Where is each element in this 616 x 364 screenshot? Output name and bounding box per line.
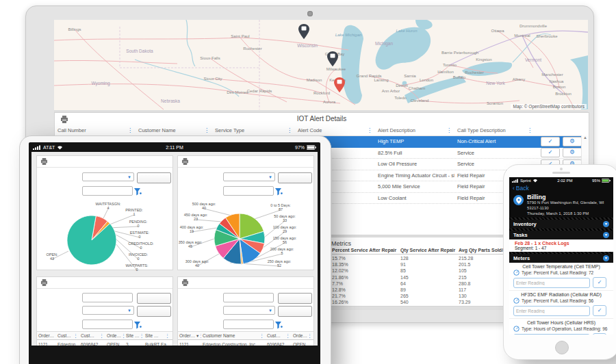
column-menu-icon[interactable]: ⋮ xyxy=(527,127,532,133)
gear-button[interactable]: ⚙ xyxy=(563,137,582,146)
submit-reading-button[interactable]: ✓ xyxy=(593,333,606,335)
column-menu-icon[interactable]: ⋮ xyxy=(204,127,209,133)
search-button[interactable] xyxy=(137,293,171,304)
column-header[interactable]: Customer Name⋮ xyxy=(136,125,212,135)
clear-button[interactable] xyxy=(137,172,171,183)
column-header[interactable]: Site …⋮ xyxy=(125,333,144,339)
check-button[interactable]: ✓ xyxy=(541,148,560,157)
column-header[interactable]: Call Type Description⋮ xyxy=(454,125,535,135)
filter-lookup-icon[interactable] xyxy=(275,320,283,327)
meter-item: Cell Tower Hours (Cellular HRS) Type: Ho… xyxy=(509,319,613,335)
printer-icon[interactable] xyxy=(181,279,189,286)
home-button[interactable] xyxy=(555,341,569,354)
column-menu-icon[interactable]: ⋮ xyxy=(446,127,452,133)
metrics-table-body: 15.7%128215.2818.35%91201.512.02%8510521… xyxy=(332,255,520,306)
map-pin-icon[interactable] xyxy=(334,77,345,92)
region-input[interactable] xyxy=(223,320,274,329)
column-header[interactable]: Orde…⋮ xyxy=(105,333,125,339)
table-cell: 265 xyxy=(400,294,459,298)
column-header[interactable]: Call Number⋮ xyxy=(55,125,136,135)
expand-icon[interactable]: ▾ xyxy=(603,255,609,261)
card-orders-by-age: ▼ Order… ▾⋮Customer Name⋮Cust…⋮Orde…⋮112… xyxy=(177,276,314,346)
column-header[interactable]: Cust…⋮ xyxy=(56,333,79,339)
reading-input[interactable] xyxy=(513,334,590,335)
map-place-label: Toronto xyxy=(443,63,457,67)
order-status-pie-chart[interactable]: WAITFTASGN:4PRINTED:1PENDING:0ESTIMATE:0… xyxy=(40,202,170,274)
gear-button[interactable]: ⚙ xyxy=(563,148,582,157)
table-cell: Low Coolant xyxy=(375,195,454,201)
column-menu-icon[interactable]: ⋮ xyxy=(99,333,104,339)
column-header[interactable]: Cust…⋮ xyxy=(79,333,105,339)
scroll-up-icon[interactable]: ▲ xyxy=(583,135,587,140)
printer-icon[interactable] xyxy=(181,158,189,165)
column-header[interactable]: Order… ▾⋮ xyxy=(178,333,201,339)
column-header[interactable]: Customer Name⋮ xyxy=(201,333,266,339)
pie-slice-label: WAITFTASGN:4 xyxy=(96,202,121,211)
field-input[interactable] xyxy=(223,293,274,302)
column-header[interactable]: Order…⋮ xyxy=(37,333,56,339)
map-place-label: Sioux Falls xyxy=(200,56,220,60)
column-menu-icon[interactable]: ⋮ xyxy=(285,333,290,339)
map-view[interactable]: BillingsWyomingSouth DakotaNebraskaSaint… xyxy=(54,20,588,110)
map-place-label: Cleveland xyxy=(411,99,429,103)
column-menu-icon[interactable]: ⋮ xyxy=(367,127,372,133)
table-row[interactable]: 1121Edgerton Construction, Inc6096842OPE… xyxy=(178,340,313,346)
clear-button[interactable] xyxy=(278,172,312,183)
back-button[interactable]: ‹Back xyxy=(509,184,613,192)
map-place-label: Hamilton xyxy=(437,70,454,74)
region-input[interactable] xyxy=(82,320,133,329)
pie-slice-label: 300 days ago:40 xyxy=(185,259,209,268)
map-place-label: Madison xyxy=(307,78,322,82)
column-menu-icon[interactable]: ⋮ xyxy=(73,333,78,339)
column-menu-icon[interactable]: ⋮ xyxy=(259,333,264,339)
search-button[interactable] xyxy=(278,293,312,304)
column-header[interactable]: Orde…⋮ xyxy=(292,333,312,339)
filter-lookup-icon[interactable] xyxy=(275,186,283,194)
column-header[interactable]: Alert Description⋮ xyxy=(375,125,454,135)
field-input[interactable] xyxy=(82,293,133,302)
printer-icon[interactable] xyxy=(40,158,48,165)
meter-type: Type: Percent Full, Last Reading: 56 xyxy=(522,298,593,303)
section-meters[interactable]: Meters▾ xyxy=(509,252,613,263)
submit-reading-button[interactable]: ✓ xyxy=(593,305,606,316)
section-tasks[interactable]: Tasks▾ xyxy=(509,229,613,239)
map-place-label: Wyoming xyxy=(91,81,110,86)
clear-button[interactable] xyxy=(278,306,312,317)
division-dropdown[interactable]: ▼ xyxy=(82,172,134,181)
division-dropdown[interactable]: ▼ xyxy=(223,306,275,315)
region-input[interactable] xyxy=(82,186,133,196)
check-button[interactable]: ✓ xyxy=(541,137,560,146)
submit-reading-button[interactable]: ✓ xyxy=(593,277,606,288)
map-place-label: Nebraska xyxy=(161,99,180,103)
column-header[interactable]: Site …⋮ xyxy=(144,333,171,339)
reading-input[interactable] xyxy=(513,306,590,316)
expand-icon[interactable]: ▾ xyxy=(603,221,609,227)
column-menu-icon[interactable]: ⋮ xyxy=(287,127,292,133)
meters-label: Meters xyxy=(513,255,530,261)
task-item[interactable]: Feb 28 - 1 x Check Logs Segment: 1 - 47 xyxy=(509,239,613,252)
composite-mockup: BillingsWyomingSouth DakotaNebraskaSaint… xyxy=(0,0,616,364)
clear-button[interactable] xyxy=(137,306,171,317)
filter-lookup-icon[interactable] xyxy=(134,186,142,194)
expand-icon[interactable]: ▾ xyxy=(603,232,609,238)
column-header[interactable]: Service Type⋮ xyxy=(212,125,295,135)
reading-input[interactable] xyxy=(513,278,590,288)
table-row[interactable]: 1121Edgerton …6096842OPEN3BulkRT Ea… xyxy=(37,340,172,346)
map-place-label: Sioux City xyxy=(203,77,222,81)
meter-type: Type: Hours of Operation, Last Reading: … xyxy=(522,326,607,331)
filter-lookup-icon[interactable] xyxy=(134,320,142,327)
column-menu-icon[interactable]: ⋮ xyxy=(165,333,170,339)
division-dropdown[interactable]: ▼ xyxy=(82,306,134,315)
section-inventory[interactable]: Inventory▾ xyxy=(509,218,613,229)
column-header[interactable]: Cust…⋮ xyxy=(266,333,292,339)
column-header[interactable]: Alert Code⋮ xyxy=(295,125,375,135)
order-age-pie-chart[interactable]: 0 to 5 Days:8750 days ago:33100 days ago… xyxy=(181,202,311,274)
map-pin-icon[interactable] xyxy=(298,24,309,39)
column-menu-icon[interactable]: ⋮ xyxy=(127,127,133,133)
region-input[interactable] xyxy=(223,186,274,196)
column-menu-icon[interactable]: ⋮ xyxy=(307,333,312,339)
map-pin-icon[interactable] xyxy=(327,51,338,66)
map-place-label: Vermont xyxy=(525,57,541,62)
printer-icon[interactable] xyxy=(40,279,48,286)
division-dropdown[interactable]: ▼ xyxy=(223,172,275,181)
